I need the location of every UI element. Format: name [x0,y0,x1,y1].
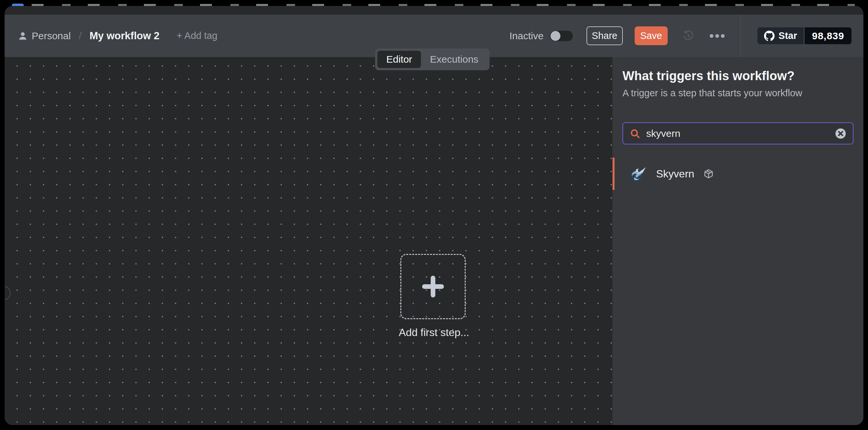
main-area: Add first step... What triggers this wor… [5,57,863,425]
active-toggle-knob [551,31,560,41]
github-star-count[interactable]: 98,839 [805,27,851,44]
add-tag-button[interactable]: + Add tag [177,30,217,41]
add-first-step-button[interactable] [400,254,466,319]
view-tabs: Editor Executions [375,48,490,70]
trigger-result-skyvern[interactable]: Skyvern [613,158,863,190]
header-divider [740,14,741,57]
github-star-button[interactable]: Star [757,27,804,44]
header-actions: Inactive Share Save [509,14,851,57]
node-search-box[interactable] [622,122,854,144]
github-star-label: Star [779,30,797,41]
share-button[interactable]: Share [587,26,623,45]
trigger-results-list: Skyvern [613,158,863,190]
active-toggle[interactable] [550,30,573,41]
workflow-canvas[interactable]: Add first step... [5,57,612,425]
tab-executions[interactable]: Executions [421,51,488,68]
breadcrumb-project[interactable]: Personal [18,30,71,41]
workflow-status-label: Inactive [509,30,543,41]
search-icon [630,128,640,139]
tab-editor[interactable]: Editor [377,51,421,68]
selected-accent-bar [613,158,615,190]
sidebar-collapse-handle[interactable] [5,286,10,300]
skyvern-dragon-logo [627,164,647,184]
history-icon[interactable] [682,30,695,42]
workflow-name[interactable]: My workflow 2 [89,30,159,42]
panel-title: What triggers this workflow? [622,69,854,83]
trigger-panel: What triggers this workflow? A trigger i… [612,57,863,425]
save-button[interactable]: Save [635,26,668,45]
package-icon [704,169,714,179]
plus-icon [421,274,445,299]
add-first-step-label: Add first step... [399,327,469,339]
more-options-icon[interactable] [709,34,725,38]
breadcrumb: Personal / My workflow 2 + Add tag [18,30,217,42]
browser-chrome-strip [5,6,863,14]
panel-subtitle: A trigger is a step that starts your wor… [622,88,854,99]
clear-search-icon[interactable] [835,128,846,139]
search-input[interactable] [646,128,829,139]
github-icon [764,31,775,41]
breadcrumb-project-label: Personal [32,30,71,41]
github-star-widget[interactable]: Star 98,839 [757,27,851,44]
user-icon [18,31,28,41]
breadcrumb-separator: / [76,30,84,42]
